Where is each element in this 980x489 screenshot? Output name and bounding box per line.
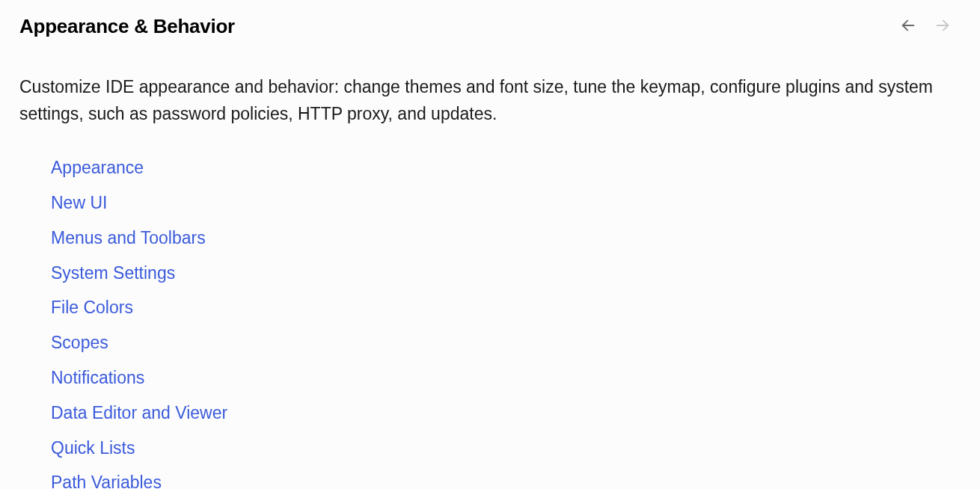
nav-back-button[interactable] [898, 16, 919, 37]
header-row: Appearance & Behavior [19, 15, 961, 38]
link-path-variables[interactable]: Path Variables [51, 473, 162, 489]
link-quick-lists[interactable]: Quick Lists [51, 438, 135, 458]
page-description: Customize IDE appearance and behavior: c… [19, 74, 947, 127]
nav-arrows [898, 16, 961, 37]
page-title: Appearance & Behavior [19, 15, 235, 38]
link-appearance[interactable]: Appearance [51, 158, 144, 177]
nav-forward-button[interactable] [932, 16, 953, 37]
link-new-ui[interactable]: New UI [51, 193, 107, 212]
link-notifications[interactable]: Notifications [51, 368, 144, 387]
link-data-editor-viewer[interactable]: Data Editor and Viewer [51, 403, 227, 422]
link-menus-toolbars[interactable]: Menus and Toolbars [51, 228, 206, 247]
link-file-colors[interactable]: File Colors [51, 298, 133, 317]
arrow-right-icon [934, 17, 951, 37]
link-system-settings[interactable]: System Settings [51, 263, 175, 283]
settings-links-list: Appearance New UI Menus and Toolbars Sys… [19, 154, 961, 489]
link-scopes[interactable]: Scopes [51, 333, 108, 352]
arrow-left-icon [900, 17, 916, 37]
